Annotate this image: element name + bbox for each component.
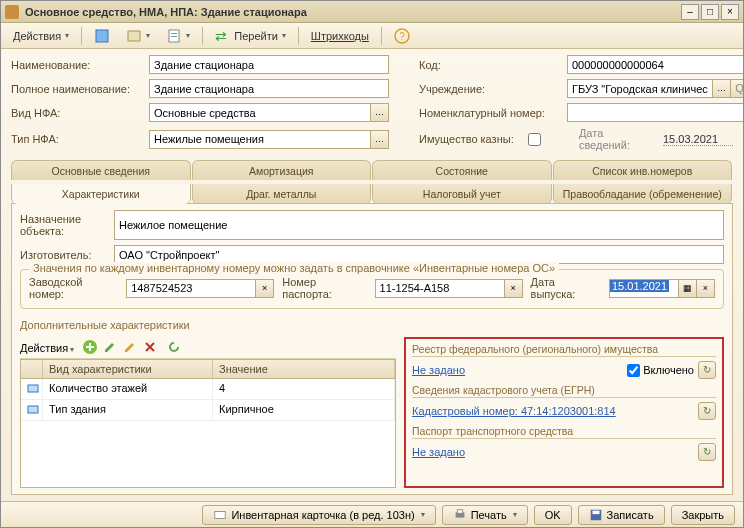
svg-rect-3 <box>171 33 177 34</box>
close-button[interactable]: × <box>721 4 739 20</box>
included-checkbox[interactable] <box>627 364 640 377</box>
tab-state[interactable]: Состояние <box>372 160 552 180</box>
tab-tax[interactable]: Налоговый учет <box>372 184 552 204</box>
svg-rect-0 <box>96 30 108 42</box>
code-label: Код: <box>419 59 559 71</box>
factory-clear-button[interactable]: × <box>256 279 274 298</box>
tab-rights[interactable]: Правообладание (обременение) <box>553 184 733 204</box>
passport-clear-button[interactable]: × <box>505 279 523 298</box>
tb-icon-2[interactable] <box>120 26 156 46</box>
pts-history-button[interactable]: ↻ <box>698 443 716 461</box>
grid-col-value[interactable]: Значение <box>213 360 395 378</box>
tabs-top: Основные сведения Амортизация Состояние … <box>11 160 733 180</box>
row-icon <box>21 379 43 399</box>
row-value: 4 <box>213 379 395 399</box>
tab-inv-list[interactable]: Список инв.номеров <box>553 160 733 180</box>
svg-rect-1 <box>128 31 140 41</box>
svg-rect-8 <box>28 385 38 392</box>
treasury-label: Имущество казны: <box>419 133 520 145</box>
ok-button[interactable]: OK <box>534 505 572 525</box>
passport-input[interactable] <box>375 279 505 298</box>
fullname-label: Полное наименование: <box>11 83 141 95</box>
actions-menu[interactable]: Действия <box>7 28 75 44</box>
dop-left-panel: Действия Вид характеристики Зна <box>20 337 396 488</box>
svg-text:?: ? <box>399 31 405 42</box>
tipnfa-select-button[interactable]: … <box>371 130 389 149</box>
tb-icon-3[interactable] <box>160 26 196 46</box>
dop-grid[interactable]: Вид характеристики Значение Количество э… <box>20 359 396 488</box>
purpose-input[interactable] <box>114 210 724 240</box>
pts-title: Паспорт транспортного средства <box>412 425 716 439</box>
goto-menu[interactable]: ⇄ Перейти <box>209 26 292 46</box>
copy-icon[interactable] <box>122 339 138 357</box>
tb-icon-1[interactable] <box>88 26 116 46</box>
add-icon[interactable] <box>82 339 98 357</box>
save-button[interactable]: Записать <box>578 505 665 525</box>
delete-icon[interactable] <box>142 339 158 357</box>
table-row[interactable]: Количество этажей 4 <box>21 379 395 400</box>
dop-right-panel: Реестр федерального (регионального) имущ… <box>404 337 724 488</box>
infodate-value[interactable]: 15.03.2021 <box>663 133 733 146</box>
tab-metals[interactable]: Драг. металлы <box>192 184 372 204</box>
app-icon <box>5 5 19 19</box>
infodate-label: Дата сведений: <box>579 127 655 151</box>
kad-link[interactable]: Кадастровый номер: 47:14:1203001:814 <box>412 405 616 417</box>
reestr-history-button[interactable]: ↻ <box>698 361 716 379</box>
help-button[interactable]: ? <box>388 26 416 46</box>
fullname-input[interactable] <box>149 79 389 98</box>
inst-select-button[interactable]: … <box>713 79 731 98</box>
treasury-checkbox[interactable] <box>528 133 541 146</box>
table-row[interactable]: Тип здания Кирпичное <box>21 400 395 421</box>
tabs-bottom: Характеристики Драг. металлы Налоговый у… <box>11 184 733 204</box>
reestr-notset-link[interactable]: Не задано <box>412 364 465 376</box>
print-button[interactable]: Печать <box>442 505 528 525</box>
tab-characteristics[interactable]: Характеристики <box>11 184 191 204</box>
nomen-label: Номенклатурный номер: <box>419 107 559 119</box>
window-title: Основное средство, НМА, НПА: Здание стац… <box>25 6 681 18</box>
maximize-button[interactable]: □ <box>701 4 719 20</box>
main-toolbar: Действия ⇄ Перейти Штрихкоды ? <box>1 23 743 49</box>
code-input[interactable] <box>567 55 743 74</box>
row-name: Количество этажей <box>43 379 213 399</box>
nomen-input[interactable] <box>567 103 743 122</box>
kad-history-button[interactable]: ↻ <box>698 402 716 420</box>
release-input[interactable]: 15.01.2021 <box>609 279 679 298</box>
dop-toolbar: Действия <box>20 337 396 359</box>
tipnfa-input[interactable] <box>149 130 371 149</box>
factory-label: Заводской номер: <box>29 276 118 300</box>
svg-rect-12 <box>457 509 462 513</box>
dop-actions-menu[interactable]: Действия <box>20 342 74 354</box>
grid-col-name[interactable]: Вид характеристики <box>43 360 213 378</box>
vidnfa-input[interactable] <box>149 103 371 122</box>
refresh-icon[interactable] <box>166 339 182 357</box>
factory-input[interactable] <box>126 279 256 298</box>
close-footer-button[interactable]: Закрыть <box>671 505 735 525</box>
inv-card-button[interactable]: Инвентарная карточка (в ред. 103н) <box>202 505 435 525</box>
tab-amort[interactable]: Амортизация <box>192 160 372 180</box>
name-label: Наименование: <box>11 59 141 71</box>
statusbar: Инвентарная карточка (в ред. 103н) Печат… <box>1 501 743 527</box>
minimize-button[interactable]: – <box>681 4 699 20</box>
vidnfa-select-button[interactable]: … <box>371 103 389 122</box>
inst-input[interactable] <box>567 79 713 98</box>
svg-rect-14 <box>592 510 599 514</box>
included-checkbox-label[interactable]: Включено <box>627 364 694 377</box>
vidnfa-label: Вид НФА: <box>11 107 141 119</box>
edit-icon[interactable] <box>102 339 118 357</box>
release-clear-button[interactable]: × <box>697 279 715 298</box>
inst-label: Учреждение: <box>419 83 559 95</box>
name-input[interactable] <box>149 55 389 74</box>
row-value: Кирпичное <box>213 400 395 420</box>
inst-open-button[interactable]: Q <box>731 79 743 98</box>
inv-fieldset-title: Значения по каждому инвентарному номеру … <box>29 262 559 274</box>
maker-label: Изготовитель: <box>20 249 106 261</box>
barcodes-menu[interactable]: Штрихкоды <box>305 28 375 44</box>
tipnfa-label: Тип НФА: <box>11 133 141 145</box>
inv-fieldset: Значения по каждому инвентарному номеру … <box>20 269 724 309</box>
pts-notset-link[interactable]: Не задано <box>412 446 465 458</box>
tab-content: Назначение объекта: Изготовитель: Значен… <box>11 203 733 495</box>
release-calendar-button[interactable]: ▦ <box>679 279 697 298</box>
reestr-title: Реестр федерального (регионального) имущ… <box>412 343 716 357</box>
tab-main-info[interactable]: Основные сведения <box>11 160 191 180</box>
kad-title: Сведения кадастрового учета (ЕГРН) <box>412 384 716 398</box>
